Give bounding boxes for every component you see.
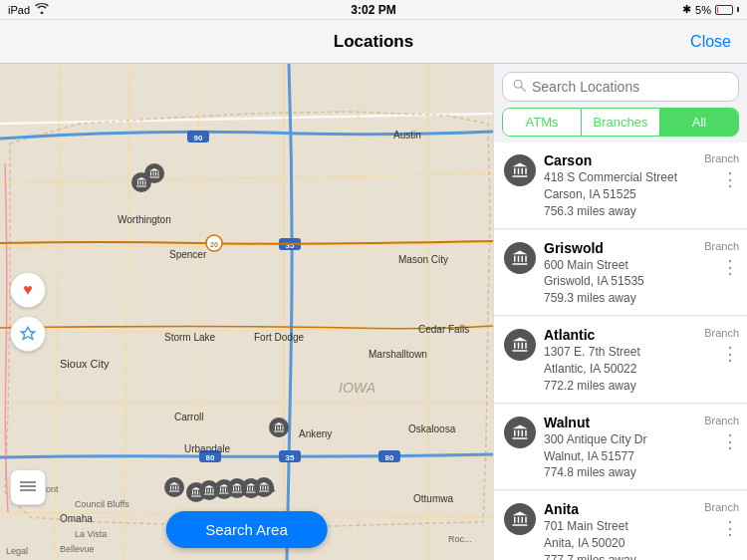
location-icon-4 [504,503,536,535]
svg-text:Oskaloosa: Oskaloosa [408,423,456,434]
map-overlay-buttons: ♥ [10,272,46,352]
filter-tab-all[interactable]: All [660,109,738,136]
svg-text:90: 90 [194,134,203,142]
location-name-3: Walnut [544,415,683,430]
location-info-2: Atlantic 1307 E. 7th StreetAtlantic, IA … [544,327,683,393]
location-button[interactable] [10,316,46,352]
right-panel: ATMsBranchesAll Carson 418 S Commercial … [493,64,747,560]
main-layout: 90 35 20 80 80 35 Sioux City Des Moines [0,64,747,560]
svg-text:Roc...: Roc... [448,534,472,544]
svg-text:Bellevue: Bellevue [60,544,95,554]
svg-text:Fort Dodge: Fort Dodge [254,332,304,343]
list-item[interactable]: Atlantic 1307 E. 7th StreetAtlantic, IA … [494,317,747,404]
battery-tip [737,7,739,12]
svg-text:Mason City: Mason City [398,254,448,265]
svg-text:Urbandale: Urbandale [184,443,231,454]
close-button[interactable]: Close [690,33,731,51]
svg-text:Carroll: Carroll [174,412,203,422]
svg-text:35: 35 [286,241,295,250]
svg-text:Spencer: Spencer [169,249,207,260]
svg-text:La Vista: La Vista [75,529,107,539]
location-name-0: Carson [544,152,683,168]
search-icon [513,79,526,95]
wifi-icon [35,3,49,16]
svg-text:Worthington: Worthington [118,214,171,225]
svg-text:80: 80 [385,453,394,462]
location-more-button-4[interactable]: ⋮ [721,519,739,537]
page-title: Locations [334,32,413,52]
location-address-2: 1307 E. 7th StreetAtlantic, IA 50022 [544,344,683,378]
location-info-0: Carson 418 S Commercial StreetCarson, IA… [544,152,683,218]
map-background: 90 35 20 80 80 35 Sioux City Des Moines [0,64,493,560]
location-type-0: Branch [704,152,739,164]
location-name-2: Atlantic [544,327,683,343]
svg-text:Austin: Austin [393,130,421,140]
location-info-4: Anita 701 Main StreetAnita, IA 50020 777… [544,501,683,560]
svg-text:Cedar Falls: Cedar Falls [418,324,469,335]
search-area-button[interactable]: Search Area [165,511,328,548]
location-right-2: Branch ⋮ [691,327,739,363]
list-item[interactable]: Walnut 300 Antique City DrWalnut, IA 515… [494,405,747,491]
map-panel[interactable]: 90 35 20 80 80 35 Sioux City Des Moines [0,64,493,560]
location-list[interactable]: Carson 418 S Commercial StreetCarson, IA… [494,142,747,560]
location-distance-1: 759.3 miles away [544,291,683,305]
list-view-button[interactable] [10,469,46,505]
list-item[interactable]: Carson 418 S Commercial StreetCarson, IA… [494,142,747,229]
svg-text:Sioux City: Sioux City [60,358,110,370]
nav-bar: Locations Close [0,20,747,64]
location-distance-4: 777.7 miles away [544,553,683,560]
status-time: 3:02 PM [351,3,395,17]
location-info-1: Griswold 600 Main StreetGriswold, IA 515… [544,240,683,306]
location-distance-3: 774.8 miles away [544,465,683,479]
location-right-0: Branch ⋮ [691,152,739,188]
list-item[interactable]: Anita 701 Main StreetAnita, IA 50020 777… [494,491,747,560]
svg-text:Storm Lake: Storm Lake [164,332,216,343]
search-bar[interactable] [502,72,739,102]
location-type-1: Branch [704,240,739,252]
filter-tabs: ATMsBranchesAll [502,108,739,137]
svg-text:Des Moines: Des Moines [214,482,275,494]
location-distance-2: 772.2 miles away [544,379,683,393]
status-bar: iPad 3:02 PM ✱ 5% [0,0,747,20]
svg-text:Ottumwa: Ottumwa [413,493,453,504]
status-left: iPad [8,3,49,16]
location-more-button-1[interactable]: ⋮ [721,258,739,276]
location-type-4: Branch [704,501,739,513]
list-item[interactable]: Griswold 600 Main StreetGriswold, IA 515… [494,230,747,317]
svg-text:IOWA: IOWA [339,380,375,396]
location-name-1: Griswold [544,240,683,256]
svg-text:Marshalltown: Marshalltown [369,349,427,360]
location-more-button-2[interactable]: ⋮ [721,345,739,363]
location-icon-1 [504,242,536,274]
svg-text:20: 20 [210,241,218,248]
svg-text:Ankeny: Ankeny [299,428,332,439]
location-address-0: 418 S Commercial StreetCarson, IA 51525 [544,169,683,203]
location-info-3: Walnut 300 Antique City DrWalnut, IA 515… [544,415,683,480]
search-container [494,64,747,108]
location-more-button-0[interactable]: ⋮ [721,170,739,188]
location-more-button-3[interactable]: ⋮ [721,432,739,450]
filter-tab-atms[interactable]: ATMs [503,109,582,136]
svg-point-53 [514,80,522,88]
location-name-4: Anita [544,501,683,517]
location-icon-3 [504,417,536,448]
battery-percent: 5% [695,4,711,16]
svg-text:35: 35 [286,453,295,462]
svg-line-54 [521,87,525,91]
favorites-button[interactable]: ♥ [10,272,46,308]
svg-text:Council Bluffs: Council Bluffs [75,499,129,509]
search-input[interactable] [532,79,728,95]
device-label: iPad [8,4,30,16]
location-address-1: 600 Main StreetGriswold, IA 51535 [544,257,683,291]
location-right-1: Branch ⋮ [691,240,739,276]
filter-tab-branches[interactable]: Branches [582,109,660,136]
location-address-3: 300 Antique City DrWalnut, IA 51577 [544,431,683,465]
battery-indicator [715,5,733,15]
location-icon-0 [504,154,536,186]
location-distance-0: 756.3 miles away [544,204,683,218]
status-right: ✱ 5% [682,3,739,16]
location-type-2: Branch [704,327,739,339]
svg-text:Omaha: Omaha [60,513,93,524]
location-right-3: Branch ⋮ [691,415,739,450]
location-address-4: 701 Main StreetAnita, IA 50020 [544,518,683,552]
